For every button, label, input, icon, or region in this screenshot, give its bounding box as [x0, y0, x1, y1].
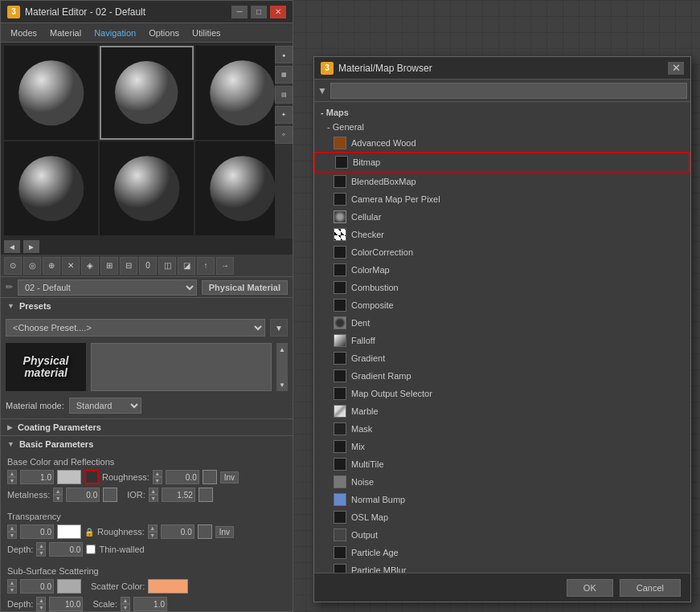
basic-parameters-header[interactable]: ▼ Basic Parameters — [1, 436, 293, 452]
scatter-base-swatch[interactable] — [57, 579, 81, 594]
preset-scroll-up[interactable]: ▲ — [276, 343, 288, 356]
depth-up[interactable]: ▲ — [36, 542, 46, 549]
get-material-button[interactable]: ⊙ — [4, 257, 22, 275]
ior-input[interactable]: 1.52 — [162, 488, 195, 502]
trans-down[interactable]: ▼ — [7, 532, 17, 539]
trans-up[interactable]: ▲ — [7, 524, 17, 532]
roughness-down[interactable]: ▼ — [153, 477, 162, 484]
prev-page-button[interactable]: ◄ — [4, 240, 20, 253]
next-page-button[interactable]: ► — [23, 240, 39, 253]
menu-navigation[interactable]: Navigation — [88, 27, 142, 39]
roughness2-up[interactable]: ▲ — [148, 524, 158, 532]
list-item[interactable]: BlendedBoxMap — [314, 173, 690, 190]
reset-button[interactable]: 0 — [139, 257, 157, 275]
list-item[interactable]: Gradient Ramp — [314, 367, 690, 385]
preview-sphere-2[interactable] — [100, 46, 194, 140]
roughness-input[interactable]: 0.0 — [166, 470, 199, 484]
preview-options-btn[interactable]: ● — [275, 46, 293, 63]
roughness-up[interactable]: ▲ — [153, 470, 162, 477]
assign-button[interactable]: ⊕ — [43, 257, 60, 275]
trans-color-swatch[interactable] — [57, 524, 81, 539]
metalness-input[interactable]: 0.0 — [66, 488, 100, 502]
scatter-down[interactable]: ▼ — [7, 586, 17, 594]
list-item[interactable]: Cellular — [314, 208, 690, 226]
list-item[interactable]: Mix — [314, 438, 690, 455]
thinwalled-checkbox[interactable] — [86, 545, 96, 554]
metalness-up[interactable]: ▲ — [53, 488, 63, 495]
scatter-depth-up[interactable]: ▲ — [36, 597, 46, 604]
menu-modes[interactable]: Modes — [4, 27, 43, 39]
put-material-button[interactable]: ◎ — [23, 257, 41, 275]
ok-button[interactable]: OK — [567, 579, 613, 597]
show-end-button[interactable]: ◪ — [178, 257, 195, 275]
scatter-depth-down[interactable]: ▼ — [36, 604, 46, 611]
restore-button[interactable]: □ — [251, 6, 267, 18]
inv-button[interactable]: Inv — [220, 471, 239, 483]
list-item[interactable]: ColorMap — [314, 261, 690, 279]
list-item[interactable]: MultiTile — [314, 455, 690, 473]
trans-input[interactable]: 0.0 — [20, 524, 54, 539]
list-item[interactable]: Bitmap — [314, 152, 690, 173]
coating-parameters-header[interactable]: ▶ Coating Parameters — [1, 419, 293, 435]
depth-down[interactable]: ▼ — [36, 549, 46, 557]
browser-close-button[interactable]: ✕ — [668, 62, 684, 75]
base-value-down[interactable]: ▼ — [7, 477, 17, 484]
ior-map-btn[interactable] — [199, 488, 213, 502]
scatter-color-swatch[interactable] — [148, 579, 188, 594]
preview-type-btn[interactable]: ▦ — [275, 66, 293, 84]
preset-arrow-btn[interactable]: ▼ — [270, 319, 288, 337]
go-parent-button[interactable]: ↑ — [197, 257, 215, 275]
preview-sphere-1[interactable] — [4, 46, 98, 140]
scale-up[interactable]: ▲ — [121, 597, 130, 604]
scatter-input[interactable]: 0.0 — [20, 579, 54, 594]
depth-input[interactable]: 0.0 — [49, 542, 83, 557]
preview-env-btn[interactable]: ✧ — [275, 126, 293, 144]
roughness2-input[interactable]: 0.0 — [161, 524, 194, 539]
presets-header[interactable]: ▼ Presets — [1, 298, 293, 314]
go-forward-button[interactable]: → — [216, 257, 234, 275]
list-item[interactable]: Marble — [314, 402, 690, 420]
list-item[interactable]: Map Output Selector — [314, 385, 690, 402]
list-item[interactable]: Combustion — [314, 279, 690, 296]
base-value-up[interactable]: ▲ — [7, 470, 17, 477]
scatter-up[interactable]: ▲ — [7, 579, 17, 586]
scale-down[interactable]: ▼ — [121, 604, 130, 611]
roughness2-map-btn[interactable] — [198, 524, 212, 539]
list-item[interactable]: Normal Bump — [314, 491, 690, 508]
list-item[interactable]: Composite — [314, 296, 690, 314]
base-value-input[interactable]: 1.0 — [20, 470, 54, 484]
preview-sphere-4[interactable] — [4, 141, 98, 235]
list-item[interactable]: Gradient — [314, 349, 690, 367]
preview-bg-btn[interactable]: ▤ — [275, 86, 293, 104]
preview-light-btn[interactable]: ✦ — [275, 106, 293, 124]
roughness2-down[interactable]: ▼ — [148, 532, 158, 539]
menu-options[interactable]: Options — [142, 27, 186, 39]
list-item[interactable]: Particle Age — [314, 544, 690, 561]
list-item[interactable]: Noise — [314, 473, 690, 491]
list-item[interactable]: Particle MBlur — [314, 561, 690, 573]
list-item[interactable]: ColorCorrection — [314, 243, 690, 261]
metalness-map-btn[interactable] — [103, 488, 117, 502]
preview-sphere-5[interactable] — [100, 141, 194, 235]
ior-down[interactable]: ▼ — [149, 495, 158, 502]
cancel-button[interactable]: Cancel — [620, 579, 681, 597]
roughness-map-btn[interactable] — [203, 470, 217, 484]
list-item[interactable]: Mask — [314, 420, 690, 438]
list-item[interactable]: Output — [314, 526, 690, 544]
list-item[interactable]: Advanced Wood — [314, 134, 690, 152]
paste-button[interactable]: ⊟ — [120, 257, 137, 275]
unique-button[interactable]: ◈ — [81, 257, 99, 275]
inv2-button[interactable]: Inv — [215, 526, 234, 538]
base-map-button[interactable] — [84, 470, 99, 484]
menu-material[interactable]: Material — [43, 27, 88, 39]
copy-button[interactable]: ⊞ — [100, 257, 118, 275]
list-item[interactable]: OSL Map — [314, 508, 690, 526]
metalness-down[interactable]: ▼ — [53, 495, 63, 502]
minimize-button[interactable]: ─ — [231, 6, 248, 18]
close-button[interactable]: ✕ — [270, 6, 286, 18]
preset-dropdown[interactable]: <Choose Preset....> — [6, 319, 265, 337]
scatter-depth-input[interactable]: 10.0 — [49, 597, 83, 611]
base-color-swatch[interactable] — [57, 470, 81, 484]
material-name-select[interactable]: 02 - Default — [18, 279, 197, 296]
show-map-button[interactable]: ◫ — [158, 257, 176, 275]
